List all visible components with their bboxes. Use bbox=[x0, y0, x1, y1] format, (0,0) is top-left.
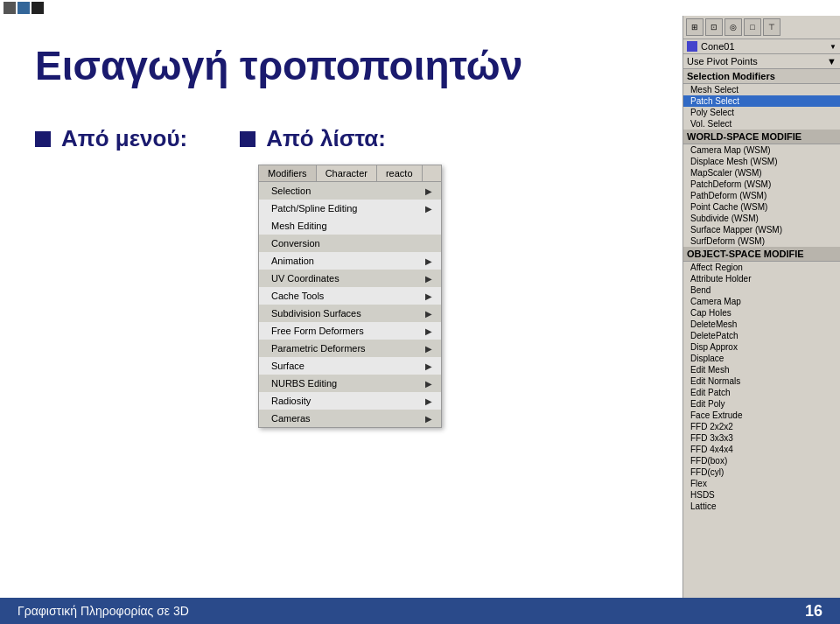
list-item-poly-select[interactable]: Poly Select bbox=[683, 107, 840, 118]
panel-scroll[interactable]: Selection Modifiers Mesh Select Patch Se… bbox=[683, 69, 840, 512]
pivot-arrow: ▼ bbox=[827, 56, 836, 67]
menu-item-label-free-form: Free Form Deformers bbox=[271, 326, 364, 336]
bullet-section: Από μενού: Από λίστα: bbox=[35, 125, 648, 152]
list-item-edit-normals[interactable]: Edit Normals bbox=[683, 375, 840, 387]
list-item-surfdeform-wsm[interactable]: SurfDeform (WSM) bbox=[683, 235, 840, 247]
menu-arrow-cache-tools: ▶ bbox=[425, 291, 432, 301]
tab-modifiers[interactable]: Modifiers bbox=[259, 165, 317, 181]
list-item-patchdeform-wsm[interactable]: PatchDeform (WSM) bbox=[683, 179, 840, 190]
slide-title: Εισαγωγή τροποποιητών bbox=[35, 42, 648, 90]
top-bar bbox=[0, 0, 840, 16]
tab-reacto[interactable]: reacto bbox=[377, 165, 423, 181]
selection-modifiers-list: Mesh Select Patch Select Poly Select Vol… bbox=[683, 84, 840, 130]
list-item-ffd-box[interactable]: FFD(box) bbox=[683, 455, 840, 466]
menu-arrow-free-form: ▶ bbox=[425, 326, 432, 336]
menu-item-radiosity[interactable]: Radiosity ▶ bbox=[259, 392, 441, 410]
selection-modifiers-title: Selection Modifiers bbox=[683, 69, 840, 84]
list-item-ffd-cyl[interactable]: FFD(cyl) bbox=[683, 466, 840, 478]
tab-character[interactable]: Character bbox=[317, 165, 377, 181]
list-item-surface-mapper-wsm[interactable]: Surface Mapper (WSM) bbox=[683, 224, 840, 235]
menu-arrow-uv-coordinates: ▶ bbox=[425, 274, 432, 284]
list-item-patch-select[interactable]: Patch Select bbox=[683, 95, 840, 107]
list-item-vol-select[interactable]: Vol. Select bbox=[683, 118, 840, 130]
bullet-label-menu: Από μενού: bbox=[61, 125, 187, 152]
menu-arrow-patch-spline: ▶ bbox=[425, 204, 432, 214]
list-item-mapscaler-wsm[interactable]: MapScaler (WSM) bbox=[683, 167, 840, 179]
list-item-face-extrude[interactable]: Face Extrude bbox=[683, 410, 840, 421]
right-panel: ⊞ ⊡ ◎ □ ⊤ Cone01 ▼ Use Pivot Points ▼ Se… bbox=[682, 16, 840, 598]
menu-item-nurbs[interactable]: NURBS Editing ▶ bbox=[259, 375, 441, 392]
menu-arrow-selection: ▶ bbox=[425, 186, 432, 196]
menu-item-patch-spline[interactable]: Patch/Spline Editing ▶ bbox=[259, 200, 441, 217]
menu-item-label-uv-coordinates: UV Coordinates bbox=[271, 273, 340, 284]
bullet-item-menu: Από μενού: bbox=[35, 125, 187, 152]
list-item-point-cache-wsm[interactable]: Point Cache (WSM) bbox=[683, 201, 840, 213]
list-item-deletepatch[interactable]: DeletePatch bbox=[683, 330, 840, 341]
list-item-camera-map-wsm[interactable]: Camera Map (WSM) bbox=[683, 144, 840, 156]
menu-item-mesh-editing[interactable]: Mesh Editing bbox=[259, 217, 441, 235]
list-item-edit-mesh[interactable]: Edit Mesh bbox=[683, 364, 840, 375]
list-item-flex[interactable]: Flex bbox=[683, 478, 840, 489]
list-item-edit-patch[interactable]: Edit Patch bbox=[683, 387, 840, 398]
modifiers-menu: Modifiers Character reacto Selection ▶ P… bbox=[258, 165, 442, 428]
menu-item-surface[interactable]: Surface ▶ bbox=[259, 357, 441, 375]
list-item-disp-approx[interactable]: Disp Approx bbox=[683, 341, 840, 353]
list-item-displace-mesh-wsm[interactable]: Displace Mesh (WSM) bbox=[683, 156, 840, 167]
list-item-subdivide-wsm[interactable]: Subdivide (WSM) bbox=[683, 213, 840, 224]
list-item-camera-map[interactable]: Camera Map bbox=[683, 296, 840, 307]
slide-area: Εισαγωγή τροποποιητών Από μενού: Από λίσ… bbox=[0, 16, 682, 598]
pivot-dropdown[interactable]: Use Pivot Points ▼ bbox=[683, 54, 840, 69]
list-item-ffd-4x4x4[interactable]: FFD 4x4x4 bbox=[683, 444, 840, 455]
menu-item-cache-tools[interactable]: Cache Tools ▶ bbox=[259, 287, 441, 305]
toolbar-icon-5[interactable]: ⊤ bbox=[763, 18, 780, 36]
footer-title: Γραφιστική Πληροφορίας σε 3D bbox=[18, 604, 189, 618]
list-item-mesh-select[interactable]: Mesh Select bbox=[683, 84, 840, 95]
menu-item-conversion[interactable]: Conversion bbox=[259, 235, 441, 252]
menu-item-label-parametric: Parametric Deformers bbox=[271, 343, 366, 354]
toolbar-icon-4[interactable]: □ bbox=[744, 18, 761, 36]
cone-dropdown-arrow[interactable]: ▼ bbox=[830, 43, 836, 51]
list-item-displace[interactable]: Displace bbox=[683, 353, 840, 364]
toolbar-icon-1[interactable]: ⊞ bbox=[686, 18, 704, 36]
menu-arrow-nurbs: ▶ bbox=[425, 379, 432, 389]
footer-page: 16 bbox=[805, 602, 822, 620]
bullet-square-1 bbox=[35, 131, 51, 147]
menu-arrow-parametric: ▶ bbox=[425, 344, 432, 354]
menu-arrow-subdivision: ▶ bbox=[425, 309, 432, 319]
world-space-title: WORLD-SPACE MODIFIE bbox=[683, 130, 840, 144]
list-item-affect-region[interactable]: Affect Region bbox=[683, 262, 840, 273]
sq-1 bbox=[4, 2, 16, 14]
menu-item-animation[interactable]: Animation ▶ bbox=[259, 252, 441, 270]
toolbar-icon-3[interactable]: ◎ bbox=[724, 18, 742, 36]
list-item-attribute-holder[interactable]: Attribute Holder bbox=[683, 273, 840, 284]
menu-item-cameras[interactable]: Cameras ▶ bbox=[259, 410, 441, 427]
bullet-square-2 bbox=[240, 131, 256, 147]
menu-arrow-radiosity: ▶ bbox=[425, 396, 432, 406]
list-item-lattice[interactable]: Lattice bbox=[683, 501, 840, 512]
sq-3 bbox=[32, 2, 44, 14]
pivot-label: Use Pivot Points bbox=[687, 56, 758, 67]
bullet-item-list: Από λίστα: bbox=[240, 125, 386, 152]
list-item-pathdeform-wsm[interactable]: PathDeform (WSM) bbox=[683, 190, 840, 201]
menu-item-parametric[interactable]: Parametric Deformers ▶ bbox=[259, 340, 441, 357]
menu-item-subdivision[interactable]: Subdivision Surfaces ▶ bbox=[259, 305, 441, 322]
menu-item-uv-coordinates[interactable]: UV Coordinates ▶ bbox=[259, 270, 441, 287]
list-item-bend[interactable]: Bend bbox=[683, 284, 840, 296]
object-space-title: OBJECT-SPACE MODIFIE bbox=[683, 247, 840, 262]
menu-item-label-selection: Selection bbox=[271, 186, 311, 196]
list-item-cap-holes[interactable]: Cap Holes bbox=[683, 307, 840, 319]
menu-item-label-cache-tools: Cache Tools bbox=[271, 291, 324, 301]
toolbar: ⊞ ⊡ ◎ □ ⊤ bbox=[683, 16, 840, 39]
menu-item-selection[interactable]: Selection ▶ bbox=[259, 182, 441, 200]
list-item-ffd-3x3x3[interactable]: FFD 3x3x3 bbox=[683, 432, 840, 444]
cone-label-area: Cone01 ▼ bbox=[683, 39, 840, 54]
list-item-hsds[interactable]: HSDS bbox=[683, 489, 840, 501]
list-item-edit-poly[interactable]: Edit Poly bbox=[683, 398, 840, 410]
menu-item-free-form[interactable]: Free Form Deformers ▶ bbox=[259, 322, 441, 340]
cone-name: Cone01 bbox=[701, 41, 826, 52]
toolbar-icon-2[interactable]: ⊡ bbox=[705, 18, 723, 36]
menu-item-label-patch-spline: Patch/Spline Editing bbox=[271, 203, 357, 214]
color-squares bbox=[4, 2, 44, 14]
list-item-deletemesh[interactable]: DeleteMesh bbox=[683, 319, 840, 330]
list-item-ffd-2x2x2[interactable]: FFD 2x2x2 bbox=[683, 421, 840, 432]
